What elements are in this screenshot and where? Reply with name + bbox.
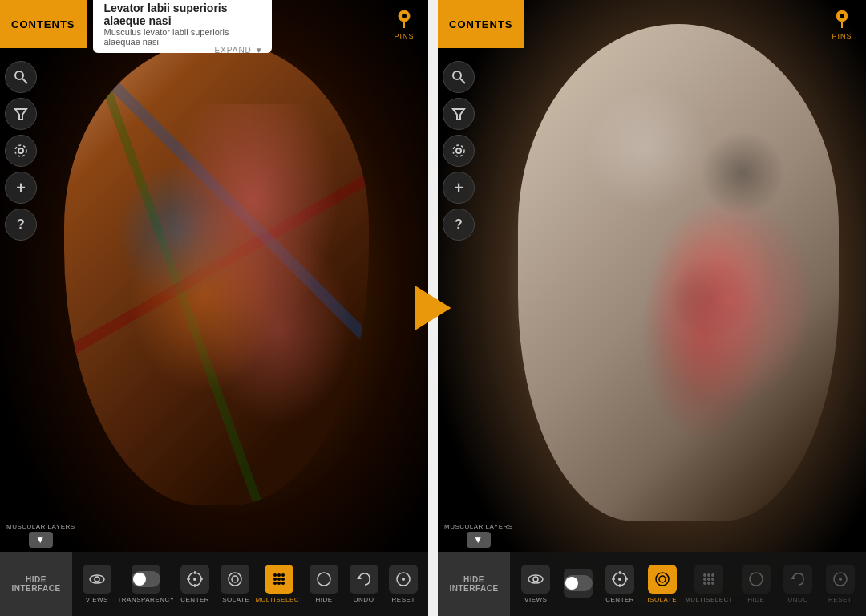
svg-point-49 [703,573,706,577]
center-tool-right[interactable]: CENTER [601,565,639,603]
multiselect-tool-right[interactable]: MULTISELECT [685,565,733,603]
layers-arrow-left[interactable]: ▼ [29,532,53,548]
reset-label-right: RESET [828,596,852,603]
svg-point-55 [703,582,706,585]
bottom-bar-left: HIDE INTERFACE VIEWS [0,552,428,616]
undo-tool-right[interactable]: UNDO [779,565,817,603]
center-icon-right [605,565,634,594]
panel-divider [428,0,438,616]
svg-point-40 [533,577,538,582]
center-svg-right [611,570,629,588]
pin-icon-right [831,8,853,30]
hide-interface-button-right[interactable]: HIDE INTERFACE [438,552,510,616]
expand-arrow-icon: ▼ [255,46,264,55]
right-panel: CONTENTS PINS [438,0,866,616]
expand-text: EXPAND [214,46,251,55]
reset-tool-left[interactable]: RESET [384,565,423,603]
svg-point-54 [711,578,714,581]
bottom-bar-right: HIDE INTERFACE VIEWS [438,552,866,616]
layers-arrow-right[interactable]: ▼ [467,532,491,548]
contents-button-right[interactable]: CONTENTS [438,0,524,48]
hide-interface-button-left[interactable]: HIDE INTERFACE [0,552,72,616]
pins-button-right[interactable]: PINS [818,0,866,48]
multiselect-label-left: MULTISELECT [255,596,303,603]
filter-icon-right [451,106,467,122]
svg-point-21 [273,578,277,581]
svg-point-30 [402,578,405,581]
filter-button-left[interactable] [5,98,37,130]
reset-svg-left [395,570,412,588]
isolate-tool-right[interactable]: ISOLATE [643,565,682,603]
pins-button-left[interactable]: PINS [380,0,428,48]
svg-point-17 [232,576,238,582]
isolate-svg-right [654,570,671,588]
svg-point-7 [15,145,26,156]
add-button-right[interactable]: + [443,172,475,204]
muscular-layers-left: MUSCULAR LAYERS ▼ [6,523,75,548]
filter-button-right[interactable] [443,98,475,130]
contents-button-left[interactable]: CONTENTS [0,0,87,48]
multiselect-label-right: MULTISELECT [685,596,733,603]
panels-wrapper: CONTENTS Levator labii superioris alaequ… [0,0,866,616]
isolate-tool-left[interactable]: ISOLATE [216,565,254,603]
muscle-overlay-left [104,104,353,425]
help-button-left[interactable]: ? [5,209,37,241]
svg-point-11 [193,578,196,581]
svg-point-61 [839,578,842,581]
svg-marker-5 [15,109,26,120]
top-bar-right: CONTENTS PINS [438,0,866,48]
transparency-tool-left[interactable]: TRANSPARENCY [117,565,174,603]
svg-point-42 [618,578,621,581]
svg-point-24 [273,582,277,585]
views-label-left: VIEWS [86,596,108,603]
muscular-layers-label-left: MUSCULAR LAYERS [6,523,75,530]
views-icon-left [83,565,111,594]
transparency-icon-left [132,565,160,594]
muscular-layers-right: MUSCULAR LAYERS ▼ [444,523,513,548]
svg-point-51 [711,573,714,577]
hide-svg-left [315,570,333,588]
views-label-right: VIEWS [524,596,547,603]
help-icon-right: ? [455,217,463,232]
center-tool-left[interactable]: CENTER [176,565,214,603]
search-button-left[interactable] [5,61,37,93]
svg-point-32 [840,14,844,18]
svg-point-26 [281,582,285,585]
head-model-left [64,40,369,505]
help-button-right[interactable]: ? [443,209,475,241]
expand-label[interactable]: EXPAND ▼ [214,46,263,55]
toggle-tool-right[interactable] [559,569,597,600]
hide-interface-label-right: HIDE INTERFACE [438,575,510,593]
center-svg-left [186,570,204,588]
eye-icon-left [88,570,106,588]
add-button-left[interactable]: + [5,172,37,204]
reset-tool-right[interactable]: RESET [821,565,860,603]
svg-line-4 [22,79,27,83]
side-toolbar-right: + ? [438,56,480,245]
multiselect-tool-left[interactable]: MULTISELECT [255,565,303,603]
svg-point-58 [750,573,763,586]
settings-button-right[interactable] [443,135,475,167]
views-icon-right [521,565,550,594]
info-popup: Levator labii superioris alaeque nasi Mu… [93,0,272,53]
isolate-label-right: ISOLATE [647,596,677,603]
transparency-label-left: TRANSPARENCY [117,596,174,603]
views-tool-right[interactable]: VIEWS [516,565,555,603]
skull-model-right [518,24,839,521]
settings-button-left[interactable] [5,135,37,167]
center-icon-left [180,565,209,594]
add-icon-left: + [16,179,26,197]
svg-point-38 [453,145,464,156]
svg-point-3 [15,71,23,79]
svg-point-34 [453,71,461,79]
svg-marker-28 [357,576,362,579]
search-button-right[interactable] [443,61,475,93]
hide-tool-right[interactable]: HIDE [737,565,775,603]
hide-tool-left[interactable]: HIDE [305,565,343,603]
svg-point-50 [707,573,710,577]
undo-tool-left[interactable]: UNDO [345,565,383,603]
views-tool-left[interactable]: VIEWS [78,565,116,603]
pins-label-left: PINS [394,32,414,40]
help-icon-left: ? [17,217,25,232]
toggle-icon-right [564,569,593,598]
